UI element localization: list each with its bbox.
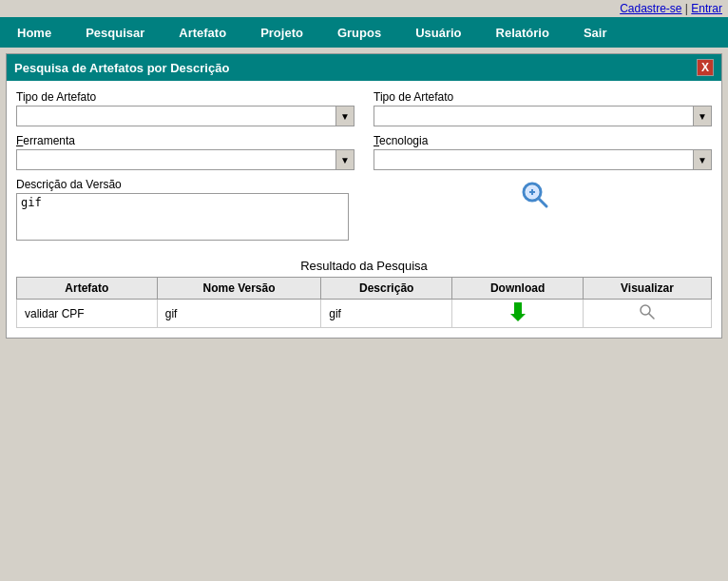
- ferramenta-label: Ferramenta: [16, 134, 354, 147]
- form-row-ferramenta: Ferramenta ▼ Tecnologia ▼: [16, 134, 712, 170]
- navbar: HomePesquisarArtefatoProjetoGruposUsuári…: [0, 17, 728, 48]
- tecnologia-select[interactable]: [374, 149, 712, 170]
- form-group-tipo-right: Tipo de Artefato ▼: [374, 90, 712, 126]
- search-button[interactable]: [518, 178, 552, 212]
- form-group-tecnologia: Tecnologia ▼: [374, 134, 712, 170]
- nav-item-pesquisar[interactable]: Pesquisar: [68, 17, 162, 48]
- svg-line-2: [539, 199, 546, 206]
- results-thead: Artefato Nome Versão Descrição Download …: [17, 278, 712, 300]
- cell-descricao: gif: [321, 300, 452, 328]
- nav-item-usuario[interactable]: Usuário: [398, 17, 478, 48]
- col-nome-versao: Nome Versão: [157, 278, 321, 300]
- close-button[interactable]: X: [697, 59, 714, 76]
- middle-row: Descrição da Versão gif: [16, 178, 712, 249]
- col-visualizar: Visualizar: [583, 278, 711, 300]
- tecnologia-wrapper: ▼: [374, 149, 712, 170]
- table-row: validar CPFgifgif: [17, 300, 712, 328]
- cell-download: [452, 300, 584, 328]
- download-icon[interactable]: [510, 302, 526, 321]
- tipo-artefato-right-wrapper: ▼: [374, 106, 712, 126]
- tipo-artefato-right-label: Tipo de Artefato: [374, 90, 712, 104]
- form-group-tipo-left: Tipo de Artefato ▼: [16, 90, 354, 126]
- search-icon-area: [518, 178, 552, 222]
- nav-item-home[interactable]: Home: [0, 17, 68, 48]
- main-panel: Pesquisa de Artefatos por Descrição X Ti…: [6, 53, 722, 339]
- results-table: Artefato Nome Versão Descrição Download …: [16, 277, 712, 328]
- ferramenta-select[interactable]: [16, 149, 354, 170]
- topbar: Cadastre-se | Entrar: [0, 0, 728, 17]
- nav-item-artefato[interactable]: Artefato: [162, 17, 243, 48]
- results-title: Resultado da Pesquisa: [16, 259, 712, 273]
- results-tbody: validar CPFgifgif: [17, 300, 712, 328]
- tipo-artefato-left-wrapper: ▼: [16, 106, 354, 126]
- results-section: Resultado da Pesquisa Artefato Nome Vers…: [7, 259, 721, 338]
- search-icon-svg: [518, 178, 552, 212]
- form-row-tipo: Tipo de Artefato ▼ Tipo de Artefato ▼: [16, 90, 712, 126]
- entrar-link[interactable]: Entrar: [691, 2, 722, 15]
- nav-item-sair[interactable]: Sair: [566, 17, 624, 48]
- form-area: Tipo de Artefato ▼ Tipo de Artefato ▼ Fe…: [7, 81, 721, 259]
- descricao-group: Descrição da Versão gif: [16, 178, 349, 243]
- cell-artefato: validar CPF: [17, 300, 158, 328]
- cadastre-se-link[interactable]: Cadastre-se: [620, 2, 681, 15]
- descricao-versao-label: Descrição da Versão: [16, 178, 349, 191]
- tipo-artefato-left-label: Tipo de Artefato: [16, 90, 354, 104]
- form-group-ferramenta: Ferramenta ▼: [16, 134, 354, 170]
- cell-nome-versao: gif: [157, 300, 321, 328]
- tipo-artefato-right-select[interactable]: [374, 106, 712, 126]
- col-descricao: Descrição: [321, 278, 452, 300]
- nav-item-relatorio[interactable]: Relatório: [479, 17, 566, 48]
- nav-item-projeto[interactable]: Projeto: [243, 17, 320, 48]
- descricao-versao-input[interactable]: gif: [16, 193, 349, 241]
- cell-visualizar: [583, 300, 711, 328]
- visualizar-icon[interactable]: [639, 303, 656, 320]
- nav-item-grupos[interactable]: Grupos: [320, 17, 398, 48]
- tecnologia-label: Tecnologia: [374, 134, 712, 147]
- col-download: Download: [452, 278, 584, 300]
- results-header-row: Artefato Nome Versão Descrição Download …: [17, 278, 712, 300]
- col-artefato: Artefato: [17, 278, 158, 300]
- ferramenta-wrapper: ▼: [16, 149, 354, 170]
- svg-line-6: [649, 314, 654, 319]
- panel-title: Pesquisa de Artefatos por Descrição: [14, 61, 229, 75]
- panel-header: Pesquisa de Artefatos por Descrição X: [7, 54, 721, 81]
- tipo-artefato-left-select[interactable]: [16, 106, 354, 126]
